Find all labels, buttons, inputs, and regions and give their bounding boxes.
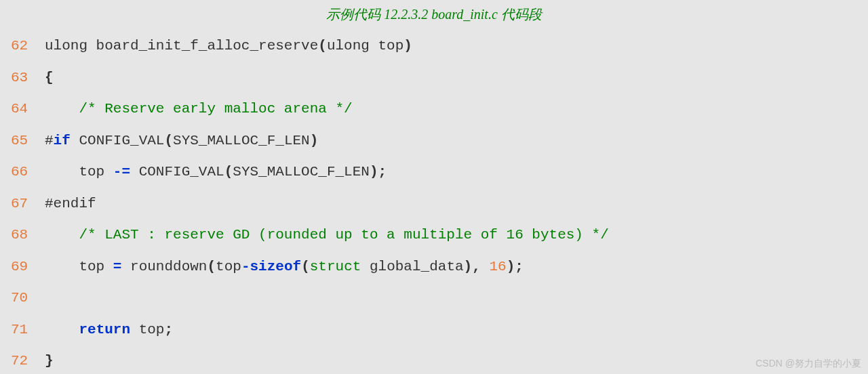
code-line: 66 top -= CONFIG_VAL(SYS_MALLOC_F_LEN); [11,157,868,188]
code-line: 72 } [11,346,868,374]
line-content: /* Reserve early malloc arena */ [45,94,868,125]
code-line: 65 #if CONFIG_VAL(SYS_MALLOC_F_LEN) [11,125,868,157]
line-number: 71 [11,314,45,346]
line-content: { [45,62,868,94]
code-line: 67 #endif [11,188,868,220]
code-line: 64 /* Reserve early malloc arena */ [11,94,868,125]
line-content: } [45,346,868,374]
line-number: 68 [11,220,45,251]
line-content: ulong board_init_f_alloc_reserve(ulong t… [45,30,868,62]
line-content: #if CONFIG_VAL(SYS_MALLOC_F_LEN) [45,125,868,157]
code-line: 71 return top; [11,314,868,346]
line-number: 62 [11,30,45,62]
line-content: top -= CONFIG_VAL(SYS_MALLOC_F_LEN); [45,157,868,188]
line-number: 69 [11,251,45,283]
code-block: 62 ulong board_init_f_alloc_reserve(ulon… [0,30,868,374]
code-line: 63 { [11,62,868,94]
line-content: #endif [45,188,868,220]
line-number: 70 [11,283,45,314]
code-line: 62 ulong board_init_f_alloc_reserve(ulon… [11,30,868,62]
code-line: 70 [11,283,868,314]
line-number: 64 [11,94,45,125]
code-line: 68 /* LAST : reserve GD (rounded up to a… [11,220,868,251]
line-content: return top; [45,314,868,346]
line-content [45,283,868,314]
line-number: 67 [11,188,45,220]
code-title: 示例代码 12.2.3.2 board_init.c 代码段 [0,5,868,24]
watermark: CSDN @努力自学的小夏 [755,358,861,370]
line-number: 63 [11,62,45,94]
line-content: /* LAST : reserve GD (rounded up to a mu… [45,220,868,251]
line-content: top = rounddown(top-sizeof(struct global… [45,251,868,283]
code-line: 69 top = rounddown(top-sizeof(struct glo… [11,251,868,283]
line-number: 72 [11,346,45,374]
line-number: 65 [11,125,45,157]
line-number: 66 [11,157,45,188]
